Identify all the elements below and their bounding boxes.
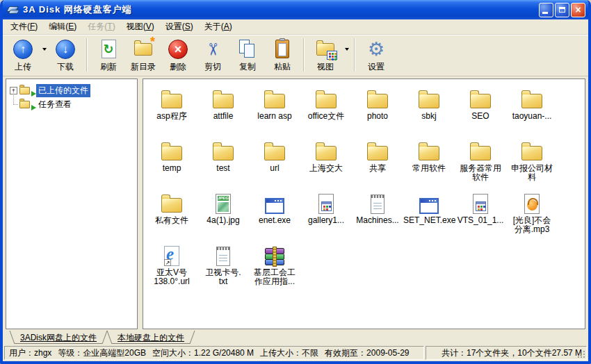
refresh-button[interactable]: ↻刷新	[91, 37, 126, 74]
file-item[interactable]: asp程序	[146, 85, 197, 137]
file-item[interactable]: SET_NET.exe	[403, 189, 455, 241]
file-name: SEO	[471, 112, 489, 121]
delete-icon: ×	[164, 38, 192, 60]
upload-button[interactable]: ↑上传	[6, 37, 40, 74]
new-folder-icon: *	[129, 38, 157, 60]
status-field: 有效期至：2009-05-29	[325, 347, 409, 359]
folder-icon	[156, 189, 187, 214]
toolbar-button-label: 视图	[317, 61, 334, 73]
exe-icon	[259, 189, 290, 214]
toolbar-button-label: 粘贴	[274, 61, 291, 73]
menu-settings[interactable]: 设置(S)	[160, 19, 199, 34]
file-item[interactable]: VTS_01_1...	[455, 189, 506, 241]
window-title: 3A Disk 网络硬盘客户端	[23, 3, 539, 16]
file-item[interactable]: 服务器常用 软件	[455, 137, 506, 189]
folder-icon	[156, 85, 187, 110]
paste-button[interactable]: 粘贴	[265, 37, 300, 74]
minimize-button[interactable]	[539, 3, 553, 17]
toolbar-button-label: 下载	[57, 61, 74, 73]
folder-icon	[465, 137, 496, 162]
file-item[interactable]: sbkj	[403, 85, 455, 137]
close-button[interactable]: ×	[571, 3, 585, 17]
file-name: 私有文件	[155, 216, 188, 225]
file-grid: asp程序attfilelearn aspoffice文件photosbkjSE…	[143, 79, 585, 293]
file-item[interactable]: JPEG4a(1).jpg	[197, 189, 249, 241]
paste-icon	[268, 38, 296, 60]
file-item[interactable]: 私有文件	[146, 189, 197, 241]
status-field: 上传大小：不限	[260, 347, 318, 359]
window-controls: ×	[539, 3, 585, 17]
sidebar-item-uploaded-files[interactable]: +已上传的文件	[8, 83, 136, 97]
tab-label: 本地硬盘上的文件	[118, 333, 184, 342]
file-item[interactable]: taoyuan-...	[506, 85, 558, 137]
status-total-panel: 共计：17个文件夹，10个文件27.57 M	[426, 346, 587, 360]
url-icon: e↗	[156, 241, 187, 266]
file-name: VTS_01_1...	[458, 216, 504, 225]
file-name: 常用软件	[412, 164, 446, 173]
file-item[interactable]: test	[197, 137, 249, 189]
bottom-tab-bar: 3ADisk网盘上的文件本地硬盘上的文件	[3, 331, 588, 345]
new-folder-button[interactable]: *新目录	[126, 37, 161, 74]
folder-icon	[259, 137, 290, 162]
file-item[interactable]: 上海交大	[300, 137, 352, 189]
toolbar-separator	[86, 38, 88, 72]
download-button[interactable]: ↓下载	[48, 37, 83, 74]
file-name: 共享	[369, 164, 386, 173]
menu-about[interactable]: 关于(A)	[199, 19, 238, 34]
close-icon: ×	[575, 5, 581, 15]
view-icon	[311, 38, 339, 60]
dropdown-arrow-icon[interactable]	[42, 48, 47, 51]
menu-file[interactable]: 文件(F)	[5, 19, 43, 34]
menu-view[interactable]: 视图(V)	[121, 19, 160, 34]
tab-label: 3ADisk网盘上的文件	[20, 333, 97, 342]
folder-icon	[414, 137, 444, 162]
toolbar-button-label: 上传	[15, 61, 31, 73]
file-item[interactable]: learn asp	[249, 85, 300, 137]
menu-bar: 文件(F)编辑(E)任务(T)视图(V)设置(S)关于(A)	[3, 19, 588, 35]
view-button[interactable]: 视图	[308, 37, 343, 74]
file-item[interactable]: 常用软件	[403, 137, 455, 189]
jpeg-icon: JPEG	[208, 189, 238, 214]
settings-icon: ⚙	[362, 38, 390, 60]
file-item[interactable]: [光良]不会 分离.mp3	[506, 189, 558, 241]
maximize-button[interactable]	[555, 3, 569, 17]
file-item[interactable]: office文件	[300, 85, 352, 137]
file-item[interactable]: 申报公司材 料	[506, 137, 558, 189]
folder-icon	[311, 85, 341, 110]
menu-edit[interactable]: 编辑(E)	[43, 19, 82, 34]
file-item[interactable]: enet.exe	[249, 189, 300, 241]
maximize-icon	[559, 7, 565, 13]
menu-task[interactable]: 任务(T)	[82, 19, 120, 34]
file-item[interactable]: attfile	[197, 85, 249, 137]
status-total: 共计：17个文件夹，10个文件27.57 M	[442, 347, 582, 359]
delete-button[interactable]: ×删除	[161, 37, 195, 74]
file-name: temp	[163, 164, 181, 173]
dropdown-arrow-icon[interactable]	[345, 48, 349, 51]
file-item[interactable]: temp	[146, 137, 197, 189]
settings-button[interactable]: ⚙设置	[359, 37, 394, 74]
resize-grip[interactable]	[576, 349, 585, 358]
tree-connector	[10, 97, 17, 111]
file-item[interactable]: 卫视卡号. txt	[197, 241, 249, 293]
folder-icon	[156, 137, 187, 162]
file-item[interactable]: e↗亚太V号 138.0°.url	[146, 241, 197, 293]
sidebar-item-task-view[interactable]: 任务查看	[8, 97, 136, 111]
file-item[interactable]: SEO	[455, 85, 506, 137]
file-item[interactable]: gallery1...	[300, 189, 352, 241]
toolbar-button-label: 删除	[170, 61, 186, 73]
toolbar-button-label: 新目录	[131, 61, 156, 73]
status-field: 用户：zhgx	[9, 347, 51, 359]
html-icon	[311, 189, 341, 214]
copy-button[interactable]: 复制	[230, 37, 265, 74]
file-name: 4a(1).jpg	[207, 216, 239, 225]
status-info-panel: 用户：zhgx等级：企业高端型20GB空间大小：1.22 G/20480 M上传…	[4, 346, 424, 360]
file-item[interactable]: Machines...	[352, 189, 403, 241]
tab-network-disk-files[interactable]: 3ADisk网盘上的文件	[10, 331, 107, 345]
file-item[interactable]: photo	[352, 85, 403, 137]
file-name: 基层工会工 作应用指...	[254, 268, 296, 286]
file-item[interactable]: 共享	[352, 137, 403, 189]
tab-local-disk-files[interactable]: 本地硬盘上的文件	[107, 331, 195, 345]
file-item[interactable]: 基层工会工 作应用指...	[249, 241, 300, 293]
cut-button[interactable]: ✂剪切	[195, 37, 230, 74]
file-item[interactable]: url	[249, 137, 300, 189]
